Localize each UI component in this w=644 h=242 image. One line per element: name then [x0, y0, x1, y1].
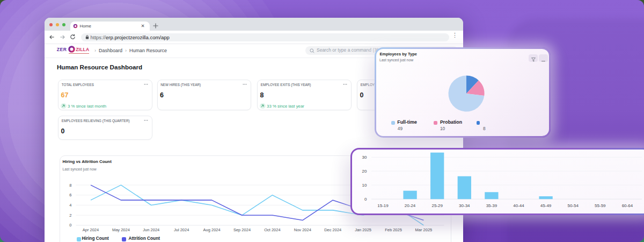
svg-text:Nov 2024: Nov 2024	[294, 227, 311, 232]
svg-text:45-49: 45-49	[540, 203, 551, 208]
svg-text:Apr 2024: Apr 2024	[82, 227, 98, 232]
svg-text:2: 2	[69, 212, 71, 217]
svg-text:20: 20	[362, 169, 367, 174]
svg-text:60-64: 60-64	[621, 203, 633, 208]
svg-text:15-19: 15-19	[377, 203, 389, 208]
svg-text:Jul 2024: Jul 2024	[174, 227, 189, 232]
svg-text:30-34: 30-34	[459, 203, 470, 208]
svg-text:Mar 2025: Mar 2025	[415, 227, 432, 232]
svg-text:8: 8	[69, 182, 71, 187]
svg-text:Jan 2025: Jan 2025	[355, 227, 371, 232]
svg-text:4: 4	[69, 203, 71, 208]
svg-text:Jun 2024: Jun 2024	[143, 227, 159, 232]
svg-text:Oct 2024: Oct 2024	[264, 227, 280, 232]
svg-text:35-39: 35-39	[486, 203, 497, 208]
svg-text:30: 30	[362, 155, 367, 160]
svg-text:55-59: 55-59	[595, 203, 606, 208]
svg-text:Feb 2025: Feb 2025	[385, 227, 402, 232]
svg-text:Aug 2024: Aug 2024	[203, 227, 220, 232]
svg-text:40-44: 40-44	[513, 203, 524, 208]
svg-text:10: 10	[362, 183, 367, 188]
svg-text:0: 0	[69, 223, 71, 227]
svg-text:0: 0	[364, 197, 367, 202]
svg-text:50-54: 50-54	[567, 203, 579, 208]
svg-text:May 2024: May 2024	[112, 227, 129, 232]
svg-text:20-24: 20-24	[404, 203, 415, 208]
svg-text:25-29: 25-29	[431, 203, 443, 208]
svg-text:Dec 2024: Dec 2024	[324, 227, 341, 232]
svg-text:6: 6	[69, 193, 71, 197]
svg-text:Sep 2024: Sep 2024	[233, 227, 250, 232]
